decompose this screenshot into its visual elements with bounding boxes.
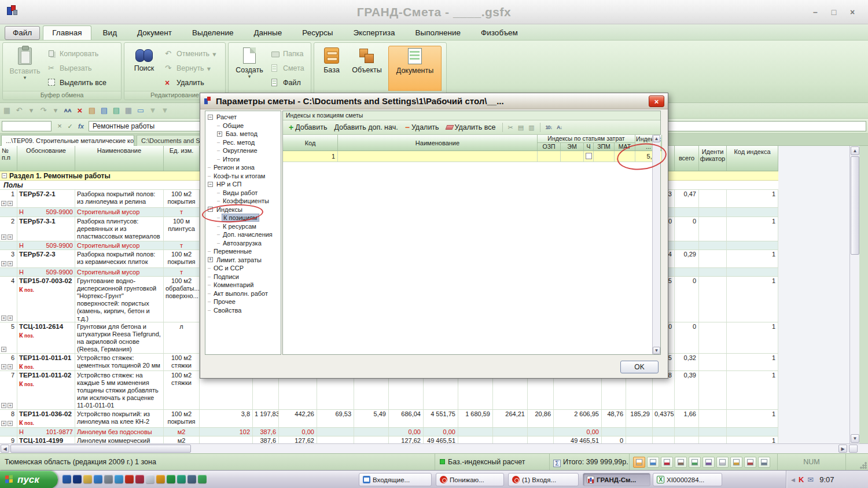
tab-home[interactable]: Главная (43, 25, 91, 40)
documents-button[interactable]: Документы (388, 46, 442, 92)
scroll-down-icon[interactable]: ▼ (653, 347, 660, 354)
sort-numeric-icon[interactable]: 10↓ (544, 124, 554, 130)
expand-icon[interactable]: + (1, 234, 6, 240)
column-header[interactable]: Обоснование (17, 146, 75, 171)
expand-icon[interactable]: + (1, 347, 6, 352)
minimize-button[interactable]: – (809, 7, 822, 17)
row-expanders[interactable]: ++ (1, 403, 13, 408)
delete-button[interactable]: ×Удалить (163, 76, 204, 89)
estimate-button[interactable]: Смета (269, 62, 304, 75)
cell-reference-input[interactable] (2, 121, 52, 131)
expand-icon[interactable]: + (8, 201, 13, 206)
task-button-3[interactable]: (1) Входя... (508, 473, 579, 486)
expand-icon[interactable]: + (8, 234, 13, 240)
undo-icon[interactable]: ↶ (15, 105, 23, 116)
quick-launch-icon-10[interactable] (156, 475, 165, 483)
tab-document[interactable]: Документ (128, 26, 181, 40)
collapse-icon[interactable]: − (208, 115, 213, 120)
formula-fx-button[interactable]: fx (76, 122, 86, 131)
view-button-2[interactable] (647, 457, 659, 468)
quick-launch-icon-11[interactable] (167, 475, 175, 483)
document-tab-active[interactable]: ...\ТЕР09. Строительные металлические ко… (1, 135, 134, 146)
scroll-down-icon[interactable]: ▼ (851, 434, 859, 443)
expand-icon[interactable]: + (8, 261, 13, 266)
tab-selection[interactable]: Выделение (183, 26, 242, 40)
redo-icon[interactable]: ↷ (39, 105, 47, 116)
horizontal-scroll-thumb[interactable] (10, 445, 191, 453)
close-button[interactable]: × (846, 7, 859, 17)
tree-item-доп-начисления[interactable]: –Доп. начисления (205, 230, 281, 239)
tree-item-нр-и-сп[interactable]: −НР и СП (205, 180, 281, 189)
resource-row[interactable]: Н101-9877Линолеум без подосновым2102387,… (0, 428, 778, 436)
cell-code[interactable]: 1 (283, 151, 338, 162)
view-button-6[interactable] (703, 457, 715, 468)
row-expanders[interactable]: ++ (1, 261, 13, 266)
view-button-4[interactable] (675, 457, 687, 468)
dialog-scrollbar[interactable]: ▲ ▼ (652, 135, 660, 354)
expand-icon[interactable]: + (1, 403, 6, 408)
expand-icon[interactable]: + (217, 131, 222, 137)
task-button-1[interactable]: Входящие... (359, 473, 432, 486)
horizontal-scrollbar[interactable]: ◀ ▶ (0, 443, 868, 453)
tree-item-подписи[interactable]: –Подписи (205, 273, 281, 281)
cell-ch[interactable] (584, 151, 594, 162)
scroll-left-icon[interactable]: ◀ (1, 445, 9, 453)
scroll-up-icon[interactable]: ▲ (653, 135, 660, 142)
column-header[interactable]: № п.п (0, 146, 17, 171)
item-row[interactable]: 8ТЕР11-01-036-02К поз.Устройство покрыти… (0, 410, 778, 428)
tree-item-ос-и-сср[interactable]: –ОС и ССР (205, 264, 281, 273)
expand-icon[interactable]: + (1, 315, 6, 321)
objects-button[interactable]: Объекты (348, 46, 386, 90)
find-icon[interactable]: АА (64, 105, 72, 116)
filter-icon[interactable]: ▼ (149, 105, 157, 116)
grid-icon[interactable]: ▦ (124, 105, 133, 116)
remove-button[interactable]: −Удалить (402, 122, 442, 133)
tree-item-прочее[interactable]: –Прочее (205, 298, 281, 306)
column-header[interactable]: Ед. изм. (164, 146, 200, 171)
quick-launch-icon-2[interactable] (73, 475, 82, 483)
file-button[interactable]: Файл (269, 76, 301, 89)
tree-item-лимит-затраты[interactable]: +Лимит. затраты (205, 256, 281, 265)
quick-launch-icon-9[interactable] (146, 475, 155, 483)
column-header[interactable]: Идентификатор (699, 146, 727, 171)
tree-item-автозагрузка[interactable]: –Автозагрузка (205, 239, 281, 248)
delete-icon[interactable]: × (76, 105, 84, 116)
quick-launch-icon-12[interactable] (177, 475, 186, 483)
row-expanders[interactable]: ++ (1, 201, 13, 206)
cell-name[interactable] (338, 151, 538, 162)
row-expanders[interactable]: ++ (1, 364, 13, 369)
quick-launch-icon-1[interactable] (62, 475, 71, 483)
expand-icon[interactable]: + (1, 201, 6, 206)
tree-item-рес-метод[interactable]: –Рес. метод (205, 138, 281, 147)
ok-button[interactable]: OK (620, 361, 659, 373)
view-button-5[interactable] (689, 457, 701, 468)
undo-button[interactable]: ↶Отменить▾ (163, 47, 216, 60)
row-expanders[interactable]: ++ (1, 234, 13, 240)
cut-button[interactable]: ✂Вырезать (46, 62, 92, 75)
scroll-right-icon[interactable]: ▶ (838, 445, 847, 453)
view-icon[interactable]: ▭ (137, 105, 145, 116)
view-button-7[interactable] (716, 457, 729, 468)
task-button-4[interactable]: ГРАНД-См... (583, 473, 650, 486)
vertical-scroll-thumb[interactable] (851, 156, 859, 255)
base-button[interactable]: База (317, 46, 347, 90)
filter2-icon[interactable]: ▼ (161, 105, 169, 116)
tab-view[interactable]: Вид (94, 26, 126, 40)
checkbox[interactable] (586, 153, 592, 159)
tree-item-баз-метод[interactable]: +Баз. метод (205, 130, 281, 138)
folder-button[interactable]: Папка (269, 47, 303, 60)
paste-button[interactable]: Вставить▾ (6, 46, 43, 90)
tree-item-округление[interactable]: –Округление (205, 146, 281, 155)
view-button-3[interactable] (661, 457, 673, 468)
column-header[interactable]: Наименование (75, 146, 164, 171)
expand-icon[interactable]: + (1, 364, 6, 369)
cell-ozp[interactable] (538, 151, 561, 162)
cell-em[interactable] (561, 151, 584, 162)
expand-icon[interactable]: + (1, 421, 6, 426)
search-button[interactable]: Поиск (128, 46, 160, 90)
select-all-button[interactable]: Выделить все (46, 76, 106, 89)
remove-all-button[interactable]: Удалить все (443, 122, 499, 133)
tree-item-коэф-ты-к-итогам[interactable]: –Коэф-ты к итогам (205, 172, 281, 181)
tree-item-общие[interactable]: –Общие (205, 122, 281, 130)
redo-dropdown-icon[interactable]: ▾ (52, 105, 60, 116)
